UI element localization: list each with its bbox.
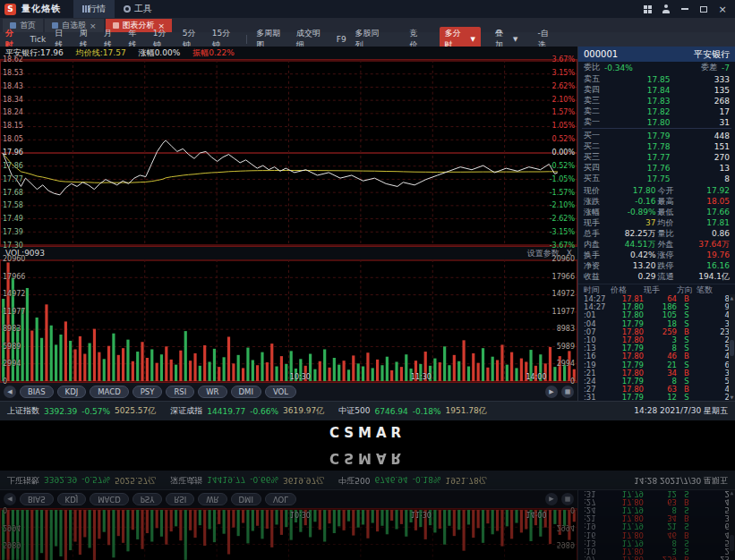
tick-volume: 46: [644, 530, 677, 539]
ticks-list: ▲ ▼ 14:2717.8164B814:2717.80186S9:0117.8…: [578, 294, 735, 401]
bid-row[interactable]: 买三17.77270: [578, 151, 735, 162]
scroll-up-icon[interactable]: ▲: [731, 295, 734, 301]
tab-close-icon[interactable]: ×: [158, 21, 166, 30]
stat-value: 37: [611, 218, 656, 227]
scroll-left-button[interactable]: ◀: [4, 386, 16, 398]
ticks-scrollbar[interactable]: ▲ ▼: [729, 294, 735, 401]
index-name: 上证指数: [7, 405, 39, 417]
volume-settings-link[interactable]: 设置参数: [527, 248, 560, 259]
tool-button[interactable]: F9: [337, 35, 346, 44]
tab-close-icon[interactable]: ×: [90, 21, 97, 30]
index-change: -0.66%: [250, 476, 278, 485]
tick-row[interactable]: :1917.7921S6: [578, 361, 735, 369]
maximize-icon[interactable]: [696, 3, 712, 15]
volume-chart[interactable]: 209601796614972119778983598929940 209601…: [0, 259, 577, 383]
period-button[interactable]: Tick: [30, 35, 46, 44]
tick-count: 4: [697, 530, 730, 539]
ask-row[interactable]: 卖三17.83268: [578, 95, 735, 106]
indicator-wr-button[interactable]: WR: [198, 386, 226, 398]
tick-count: 2: [697, 547, 730, 556]
bid-row[interactable]: 买一17.79448: [578, 130, 735, 140]
ask-row[interactable]: 卖四17.84135: [578, 84, 735, 95]
tick-row[interactable]: :1617.8046B4: [578, 352, 735, 360]
user-icon[interactable]: [658, 3, 674, 15]
tick-row[interactable]: 14:2717.8164B8: [578, 294, 735, 302]
indicator-dmi-button[interactable]: DMI: [231, 386, 261, 398]
indicator-macd-button[interactable]: MACD: [90, 386, 128, 398]
tick-row[interactable]: :1017.803S2: [578, 335, 735, 344]
index-quote[interactable]: 中证5006746.94-0.18%1951.78亿: [338, 405, 486, 417]
index-value: 6746.94: [374, 476, 407, 485]
bid-row[interactable]: 买四17.7613: [578, 162, 735, 173]
tick-row[interactable]: :2417.798S5: [578, 377, 735, 385]
tick-row[interactable]: :2117.8034B3: [578, 369, 735, 377]
tick-volume: 8: [644, 505, 677, 514]
bid-row[interactable]: 买五17.758: [578, 173, 735, 183]
quote-header[interactable]: 000001 平安银行: [578, 47, 735, 62]
tick-row[interactable]: :1317.798S5: [578, 344, 735, 352]
tick-volume: 12: [644, 490, 677, 498]
ask-row[interactable]: 卖五17.85333: [578, 73, 735, 84]
tick-row[interactable]: 14:2717.80186S9: [578, 302, 735, 310]
layout-grid-button[interactable]: ▦: [561, 386, 574, 398]
ticks-header: 时间价格现手方向笔数: [578, 284, 735, 294]
level-volume: 333: [671, 75, 731, 84]
volume-header: VOL:9093 设置参数 X: [0, 247, 577, 259]
stat-label: 流通: [658, 271, 683, 283]
price-chart[interactable]: 18.6218.5318.4318.3418.2418.1518.0517.96…: [0, 59, 577, 247]
stats-grid: 现价17.80今开17.92涨跌-0.16最高18.05涨幅-0.89%最低17…: [578, 183, 735, 284]
tick-row[interactable]: :0117.80105S4: [578, 310, 735, 318]
index-quote[interactable]: 深证成指14419.77-0.66%3619.97亿: [170, 405, 324, 417]
tick-row[interactable]: :0717.80259B23: [578, 327, 735, 335]
close-icon[interactable]: ×: [714, 3, 731, 15]
tick-row[interactable]: :2717.8063B4: [578, 385, 735, 393]
minimize-icon: [681, 8, 688, 10]
volume-close-button[interactable]: X: [567, 249, 572, 258]
tick-time: :10: [584, 547, 611, 556]
stat-label: 收益: [584, 271, 609, 283]
ask-row[interactable]: 卖一17.8031: [578, 116, 735, 127]
tick-row[interactable]: :3117.7912S2: [578, 393, 735, 401]
indicator-bar: ◀BIASKDJMACDPSYRSIWRDMIVOL▶▦: [0, 383, 577, 401]
tab-label: 首页: [20, 20, 36, 31]
menu-item-tools[interactable]: 工具: [115, 0, 161, 18]
indicator-kdj-button[interactable]: KDJ: [57, 386, 87, 398]
scroll-thumb[interactable]: [730, 340, 734, 356]
chart-info-line: 平安银行:17.96均价线:17.57涨幅0.00%振幅0.22%: [0, 47, 577, 59]
ticks-list: ▲ ▼ 14:2717.8164B814:2717.80186S9:0117.8…: [578, 490, 735, 560]
tick-price: 17.80: [611, 555, 644, 560]
tick-time: :27: [584, 497, 611, 506]
scroll-right-button[interactable]: ▶: [545, 386, 558, 398]
scroll-down-icon[interactable]: ▼: [731, 395, 734, 400]
app-window: S 量化烙铁 行情工具 × 首页自选股×图表分析× 分时Tick日线周线月线年线…: [0, 471, 735, 560]
level-price: 17.85: [611, 75, 671, 84]
bid-row[interactable]: 买二17.78151: [578, 140, 735, 151]
indicator-vol-button[interactable]: VOL: [265, 386, 296, 398]
indicator-bias-button[interactable]: BIAS: [20, 386, 54, 398]
menu-item-market[interactable]: 行情: [73, 0, 115, 18]
index-quotes: 上证指数3392.39-0.57%5025.57亿深证成指14419.77-0.…: [7, 405, 487, 417]
index-quote[interactable]: 上证指数3392.39-0.57%5025.57亿: [7, 405, 156, 417]
ask-row[interactable]: 卖二17.8217: [578, 106, 735, 116]
level-label: 卖一: [584, 116, 611, 128]
main-area: 平安银行:17.96均价线:17.57涨幅0.00%振幅0.22% 18.621…: [0, 490, 735, 560]
indicator-rsi-button: RSI: [166, 493, 194, 505]
tools-icon: [124, 5, 131, 13]
index-amount: 3619.97亿: [283, 474, 324, 486]
info-segment: 平安银行:17.96: [5, 47, 64, 59]
volume-bars-svg: [1, 259, 577, 382]
tick-direction: B: [677, 513, 697, 522]
tick-row[interactable]: :0417.7918S3: [578, 319, 735, 327]
scene: S 量化烙铁 行情工具 × 首页自选股×图表分析× 分时Tick日线周线月线年线…: [0, 0, 735, 560]
minimize-icon[interactable]: [677, 3, 693, 15]
index-quote: 深证成指14419.77-0.66%3619.97亿: [170, 474, 324, 486]
index-change: -0.57%: [81, 476, 110, 485]
tick-volume: 259: [644, 555, 677, 560]
level-price: 17.75: [611, 174, 671, 183]
weibi-value: -0.34%: [604, 64, 633, 72]
tick-count: 5: [697, 505, 730, 514]
indicator-psy-button[interactable]: PSY: [132, 386, 163, 398]
grid-icon[interactable]: [639, 3, 655, 15]
indicator-rsi-button[interactable]: RSI: [166, 386, 194, 398]
level-volume: 268: [671, 97, 731, 106]
